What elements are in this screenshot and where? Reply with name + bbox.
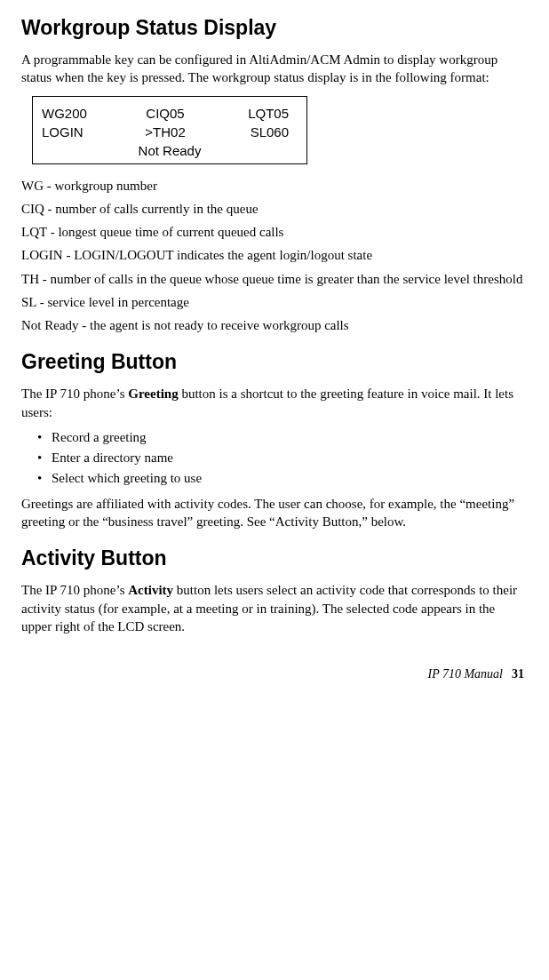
status-row-2: LOGIN >TH02 SL060 [42,124,298,139]
def-sl: SL - service level in percentage [21,293,528,311]
activity-intro-pre: The IP 710 phone’s [21,583,128,597]
status-cell-wg: WG200 [42,106,124,121]
list-item: Enter a directory name [39,450,528,466]
heading-greeting-button: Greeting Button [21,350,528,374]
def-wg: WG - workgroup number [21,177,528,195]
paragraph-greeting-outro: Greetings are affiliated with activity c… [21,495,528,531]
status-row-1: WG200 CIQ05 LQT05 [42,106,298,121]
def-lqt: LQT - longest queue time of current queu… [21,223,528,241]
status-cell-sl: SL060 [206,124,298,139]
def-login: LOGIN - LOGIN/LOGOUT indicates the agent… [21,246,528,264]
paragraph-greeting-intro: The IP 710 phone’s Greeting button is a … [21,385,528,421]
paragraph-activity-intro: The IP 710 phone’s Activity button lets … [21,581,528,635]
def-th: TH - number of calls in the queue whose … [21,270,528,288]
paragraph-workgroup-intro: A programmable key can be configured in … [21,51,528,87]
footer-manual-title: IP 710 Manual [427,667,503,681]
list-item: Record a greeting [39,430,528,445]
heading-workgroup-status-display: Workgroup Status Display [21,16,528,40]
activity-intro-bold: Activity [128,583,173,597]
status-cell-login: LOGIN [42,124,124,139]
bullet-enter-directory: Enter a directory name [52,450,173,465]
page-content: Workgroup Status Display A programmable … [0,0,549,699]
footer-page-number: 31 [512,667,524,681]
status-cell-ciq: CIQ05 [124,106,207,121]
greeting-bullet-list: Record a greeting Enter a directory name… [21,430,528,486]
status-cell-th: >TH02 [124,124,207,139]
status-cell-lqt: LQT05 [206,106,298,121]
status-row-3: Not Ready [42,143,298,158]
greeting-intro-bold: Greeting [128,386,178,401]
list-item: Select which greeting to use [39,471,528,486]
def-notready: Not Ready - the agent is not ready to re… [21,316,528,334]
greeting-intro-pre: The IP 710 phone’s [21,386,128,401]
def-ciq: CIQ - number of calls currently in the q… [21,200,528,218]
bullet-select-greeting: Select which greeting to use [52,471,202,485]
heading-activity-button: Activity Button [21,546,528,570]
page-footer: IP 710 Manual31 [21,667,528,681]
workgroup-status-box: WG200 CIQ05 LQT05 LOGIN >TH02 SL060 Not … [32,96,307,164]
bullet-record-greeting: Record a greeting [52,430,147,444]
